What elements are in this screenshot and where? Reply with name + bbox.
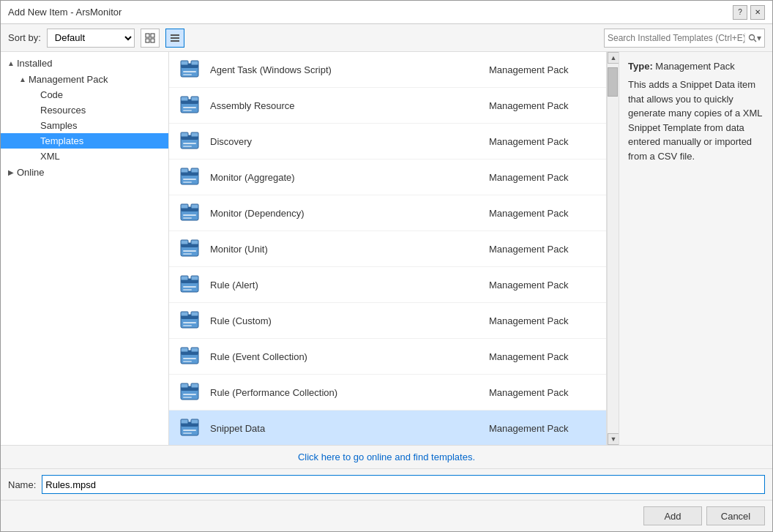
svg-rect-66 xyxy=(183,397,192,398)
svg-rect-32 xyxy=(191,168,198,173)
scroll-thumb[interactable] xyxy=(608,67,618,97)
list-item[interactable]: DiscoveryManagement Pack xyxy=(169,124,606,160)
name-label: Name: xyxy=(8,479,36,490)
list-panel: Agent Task (Windows Script)Management Pa… xyxy=(169,52,607,445)
item-name: Discovery xyxy=(210,136,489,147)
item-icon xyxy=(176,271,203,298)
svg-rect-42 xyxy=(183,253,192,255)
list-item[interactable]: Rule (Custom)Management Pack xyxy=(169,303,606,339)
svg-rect-1 xyxy=(151,34,154,37)
scroll-track[interactable] xyxy=(608,64,619,433)
svg-rect-4 xyxy=(171,34,179,36)
tree-label-samples: Samples xyxy=(40,120,78,131)
svg-rect-73 xyxy=(181,419,188,424)
item-icon xyxy=(176,128,203,154)
svg-rect-55 xyxy=(181,312,188,316)
item-type: Management Pack xyxy=(489,64,599,75)
svg-rect-41 xyxy=(183,250,196,252)
svg-rect-48 xyxy=(183,289,192,291)
list-item[interactable]: Snippet DataManagement Pack xyxy=(169,411,606,445)
list-item[interactable]: Assembly ResourceManagement Pack xyxy=(169,88,606,124)
list-item[interactable]: Rule (Performance Collection)Management … xyxy=(169,375,606,411)
sidebar-item-online[interactable]: ▶Online xyxy=(1,164,168,180)
info-panel: Type: Management Pack This adds a Snippe… xyxy=(619,52,772,445)
item-name: Rule (Alert) xyxy=(210,280,489,291)
item-icon xyxy=(176,56,203,83)
svg-rect-14 xyxy=(191,61,198,65)
search-icon-button[interactable]: ▾ xyxy=(744,33,761,43)
online-templates-link[interactable]: Click here to go online and find templat… xyxy=(298,452,475,462)
sidebar-item-samples[interactable]: Samples xyxy=(1,118,168,133)
scroll-down[interactable]: ▼ xyxy=(608,433,619,445)
svg-rect-13 xyxy=(181,61,188,65)
dialog: Add New Item - ArsMonitor ? ✕ Sort by: D… xyxy=(0,0,773,532)
name-input[interactable] xyxy=(42,475,765,494)
item-name: Monitor (Dependency) xyxy=(210,208,489,219)
svg-rect-26 xyxy=(191,132,198,137)
sidebar-item-templates[interactable]: Templates xyxy=(1,133,168,149)
item-icon xyxy=(176,307,203,334)
svg-rect-60 xyxy=(183,361,192,362)
svg-rect-20 xyxy=(191,97,198,101)
svg-rect-31 xyxy=(181,168,188,173)
search-input[interactable] xyxy=(608,33,744,43)
svg-rect-23 xyxy=(183,143,196,144)
svg-rect-74 xyxy=(191,419,198,424)
svg-rect-3 xyxy=(151,39,154,42)
svg-rect-18 xyxy=(183,110,192,111)
help-button[interactable]: ? xyxy=(733,5,747,20)
list-item[interactable]: Rule (Event Collection)Management Pack xyxy=(169,339,606,375)
item-icon xyxy=(176,164,203,190)
svg-rect-61 xyxy=(181,348,188,352)
svg-rect-2 xyxy=(146,39,149,42)
svg-rect-67 xyxy=(181,383,188,388)
sidebar-item-resources[interactable]: Resources xyxy=(1,102,168,118)
grid-view-button[interactable] xyxy=(141,29,160,48)
sidebar-item-installed[interactable]: ▲Installed xyxy=(1,55,168,71)
scrollbar[interactable]: ▲ ▼ xyxy=(607,52,619,445)
item-type: Management Pack xyxy=(489,136,599,147)
list-content: Agent Task (Windows Script)Management Pa… xyxy=(169,52,606,445)
item-type: Management Pack xyxy=(489,208,599,219)
sidebar-item-management-pack[interactable]: ▲Management Pack xyxy=(1,71,168,87)
item-icon xyxy=(176,343,203,370)
close-button[interactable]: ✕ xyxy=(750,5,765,20)
tree-label-installed: Installed xyxy=(17,58,52,69)
svg-rect-35 xyxy=(183,214,196,216)
svg-rect-38 xyxy=(191,204,198,209)
svg-rect-47 xyxy=(183,286,196,288)
list-view-button[interactable] xyxy=(165,29,184,48)
sidebar-item-code[interactable]: Code xyxy=(1,87,168,102)
list-item[interactable]: Monitor (Aggregate)Management Pack xyxy=(169,160,606,195)
list-item[interactable]: Agent Task (Windows Script)Management Pa… xyxy=(169,52,606,88)
dialog-title: Add New Item - ArsMonitor xyxy=(8,7,122,18)
sidebar-item-xml[interactable]: XML xyxy=(1,149,168,164)
item-type: Management Pack xyxy=(489,387,599,398)
svg-rect-30 xyxy=(183,181,192,183)
item-name: Monitor (Unit) xyxy=(210,244,489,255)
bottom-link-bar: Click here to go online and find templat… xyxy=(1,445,772,468)
item-type: Management Pack xyxy=(489,315,599,326)
cancel-button[interactable]: Cancel xyxy=(706,506,765,525)
svg-rect-49 xyxy=(181,276,188,280)
svg-point-7 xyxy=(750,34,755,40)
svg-rect-29 xyxy=(183,179,196,180)
list-item[interactable]: Monitor (Dependency)Management Pack xyxy=(169,195,606,231)
svg-rect-68 xyxy=(191,383,198,388)
list-item[interactable]: Monitor (Unit)Management Pack xyxy=(169,231,606,267)
info-type-line: Type: Management Pack xyxy=(628,61,763,72)
item-icon xyxy=(176,415,203,441)
list-item[interactable]: Rule (Alert)Management Pack xyxy=(169,267,606,303)
main-content: ▲Installed▲Management PackCodeResourcesS… xyxy=(1,52,772,445)
item-name: Monitor (Aggregate) xyxy=(210,172,489,183)
tree-label-code: Code xyxy=(40,89,63,100)
scroll-up[interactable]: ▲ xyxy=(608,52,619,64)
sort-select[interactable]: Default xyxy=(47,29,135,48)
search-box[interactable]: ▾ xyxy=(604,29,765,48)
add-button[interactable]: Add xyxy=(643,506,702,525)
svg-rect-62 xyxy=(191,348,198,352)
sort-label: Sort by: xyxy=(8,32,41,43)
svg-rect-17 xyxy=(183,107,196,108)
svg-rect-36 xyxy=(183,217,192,219)
name-bar: Name: xyxy=(1,468,772,500)
